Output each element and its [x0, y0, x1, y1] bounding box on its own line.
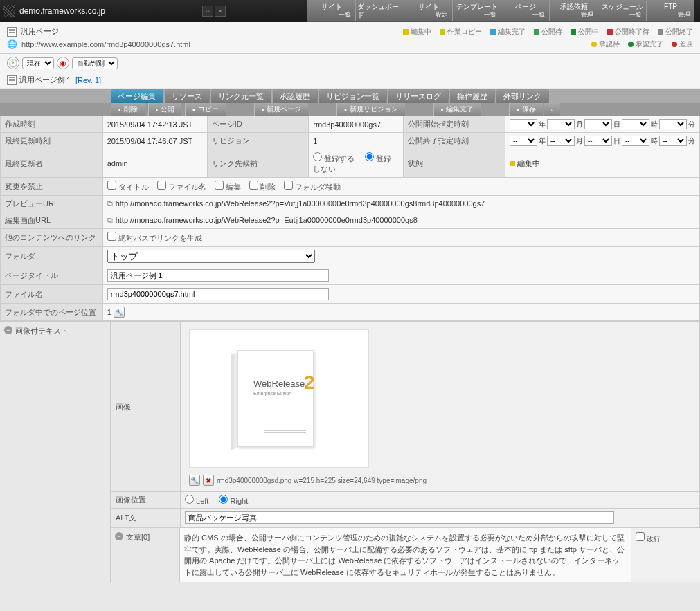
- date-select[interactable]: --: [547, 119, 575, 129]
- approve-item: 承認完了: [628, 39, 663, 49]
- tool-icon-1[interactable]: ↔: [202, 6, 213, 17]
- imgpos-value: Left Right: [181, 492, 700, 509]
- alt-label: ALT文: [111, 509, 181, 527]
- preview-value: ⧉http://monaco.frameworks.co.jp/WebRelea…: [102, 196, 699, 212]
- linkcand-register[interactable]: 登録する: [313, 154, 355, 163]
- topnav-item[interactable]: サイト一覧: [307, 0, 355, 21]
- image-label: 画像: [111, 322, 181, 492]
- time-select[interactable]: 現在: [22, 57, 54, 69]
- date-select[interactable]: --: [584, 119, 612, 129]
- article-body[interactable]: 静的 CMS の場合、公開サーバ側にコンテンツ管理のための複雑なシステムを設置す…: [180, 528, 631, 582]
- action-コピー[interactable]: ▪コピー: [185, 103, 226, 116]
- judge-select[interactable]: 自動判別: [72, 57, 118, 69]
- date-unit: 日: [613, 120, 620, 129]
- topnav-item[interactable]: ページ一覧: [501, 0, 549, 21]
- date-select[interactable]: --: [622, 119, 649, 129]
- status-item: 編集完了: [490, 27, 526, 37]
- state-label: 状態: [404, 149, 505, 178]
- forbid-opt[interactable]: ファイル名: [157, 183, 206, 191]
- action-row: ▪削除▪公開▪コピー▪新規ページ▪新規リビジョン▪編集完了▪保存▫: [0, 103, 700, 116]
- action-編集完了[interactable]: ▪編集完了: [433, 103, 482, 116]
- page-icon: [7, 75, 17, 85]
- action-新規ページ[interactable]: ▪新規ページ: [254, 103, 309, 116]
- action-end-icon[interactable]: ▫: [544, 103, 562, 116]
- product-box-graphic: WebRelease 2 Enterprise Edition: [231, 347, 327, 450]
- action-新規リビジョン[interactable]: ▪新規リビジョン: [336, 103, 406, 116]
- action-公開[interactable]: ▪公開: [148, 103, 183, 116]
- topnav-item[interactable]: テンプレート一覧: [452, 0, 501, 21]
- otherlinks-value: 絶対パスでリンクを生成: [102, 229, 699, 247]
- date-select[interactable]: --: [622, 136, 649, 146]
- date-unit: 分: [688, 136, 695, 146]
- link-icon[interactable]: ⧉: [107, 199, 113, 208]
- action-icon: ▪: [118, 106, 121, 113]
- tool-icon-2[interactable]: ▪: [215, 6, 226, 17]
- forbid-opt[interactable]: 編集: [215, 183, 241, 191]
- page-title-input[interactable]: [107, 269, 329, 282]
- date-unit: 時: [651, 120, 658, 129]
- link-icon[interactable]: ⧉: [107, 216, 113, 224]
- image-meta-bar: 🔧 ✖ rmd3p40000000gsd.png w=215 h=225 siz…: [185, 472, 695, 489]
- forbid-opt[interactable]: 削除: [249, 183, 276, 191]
- topnav-item[interactable]: サイト設定: [404, 0, 452, 21]
- file-name-input[interactable]: [107, 288, 329, 300]
- imgpos-right[interactable]: Right: [219, 497, 248, 505]
- forbid-opt[interactable]: フォルダ移動: [284, 183, 341, 191]
- forbid-opt[interactable]: タイトル: [107, 183, 149, 191]
- topnav-item[interactable]: FTP管理: [646, 0, 694, 21]
- action-icon: ▪: [192, 106, 195, 113]
- tab-1[interactable]: リソース: [165, 89, 210, 103]
- action-削除[interactable]: ▪削除: [111, 103, 145, 116]
- wrench-icon[interactable]: 🔧: [189, 475, 200, 486]
- article-label: 文章[0]: [126, 532, 150, 578]
- tab-row: ページ編集リソースリンク元一覧承認履歴リビジョン一覧リリースログ操作履歴外部リン…: [0, 89, 700, 103]
- tab-4[interactable]: リビジョン一覧: [319, 89, 387, 103]
- break-checkbox[interactable]: 改行: [636, 535, 661, 542]
- imgpos-left[interactable]: Left: [185, 497, 208, 505]
- action-icon: ▪: [441, 106, 444, 113]
- title-value: [102, 266, 699, 285]
- page-url: http://www.example.com/rmd3p40000000gs7.…: [21, 40, 190, 48]
- tab-7[interactable]: 外部リンク: [496, 89, 549, 103]
- tab-3[interactable]: 承認履歴: [273, 89, 318, 103]
- delete-icon[interactable]: ✖: [203, 475, 214, 486]
- date-unit: 月: [576, 136, 583, 146]
- date-select[interactable]: --: [547, 136, 575, 146]
- title-bar: demo.frameworks.co.jp ↔ ▪ サイト一覧ダッシュボードサイ…: [0, 0, 700, 22]
- page-type-label: 汎用ページ: [21, 26, 59, 37]
- updater-label: 最終更新者: [1, 149, 103, 178]
- tab-2[interactable]: リンク元一覧: [211, 89, 271, 103]
- topnav-item[interactable]: 承認依頼管理: [549, 0, 598, 21]
- date-select[interactable]: --: [659, 119, 687, 129]
- preview-label: プレビューURL: [1, 196, 103, 212]
- clock-icon[interactable]: 🕐: [7, 57, 19, 69]
- abspath-checkbox[interactable]: 絶対パスでリンクを生成: [107, 234, 202, 242]
- folder-select[interactable]: トップ: [107, 250, 315, 263]
- tab-6[interactable]: 操作履歴: [450, 89, 495, 103]
- revision-link[interactable]: [Rev. 1]: [75, 76, 101, 84]
- topnav-item[interactable]: スケジュール一覧: [598, 0, 646, 21]
- pos-label: フォルダ中でのページ位置: [1, 304, 103, 321]
- tab-0[interactable]: ページ編集: [111, 89, 163, 103]
- updater-value: admin: [102, 149, 207, 178]
- date-select[interactable]: --: [510, 119, 537, 129]
- wrench-icon[interactable]: 🔧: [114, 307, 125, 318]
- record-icon[interactable]: ◉: [57, 57, 69, 69]
- collapse-icon[interactable]: −: [115, 532, 123, 540]
- image-meta-text: rmd3p40000000gsd.png w=215 h=225 size=24…: [217, 477, 427, 484]
- folder-label: フォルダ: [1, 247, 103, 266]
- date-unit: 月: [576, 120, 583, 129]
- topnav-item[interactable]: ダッシュボード: [355, 0, 404, 21]
- collapse-icon[interactable]: −: [4, 326, 12, 334]
- article-side: − 文章[0]: [111, 528, 180, 582]
- created-label: 作成時刻: [1, 116, 103, 133]
- status-item: 編集中: [403, 27, 431, 37]
- date-select[interactable]: --: [584, 136, 612, 146]
- site-name: demo.frameworks.co.jp: [19, 6, 105, 16]
- date-select[interactable]: --: [510, 136, 537, 146]
- alt-input[interactable]: [185, 511, 614, 524]
- folder-value: トップ: [102, 247, 699, 266]
- tab-5[interactable]: リリースログ: [388, 89, 449, 103]
- action-保存[interactable]: ▪保存: [509, 103, 544, 116]
- date-select[interactable]: --: [659, 136, 687, 146]
